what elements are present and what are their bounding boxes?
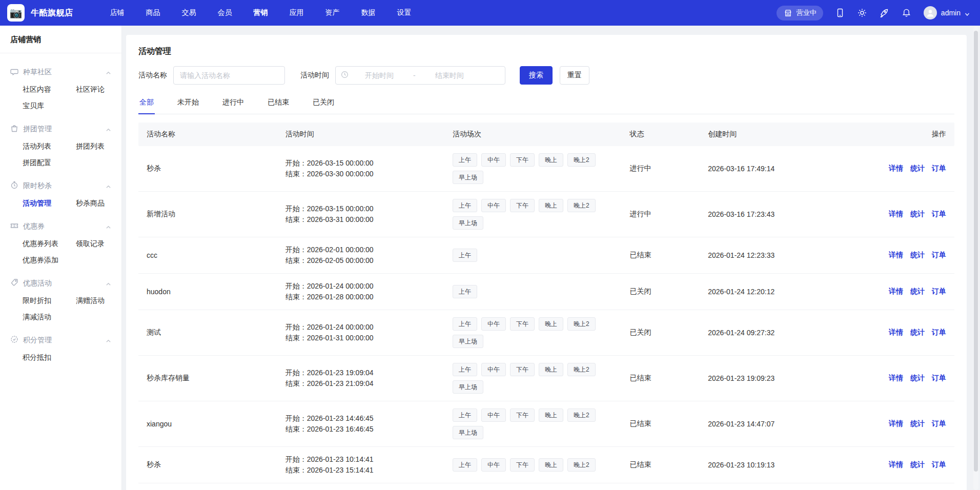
phone-icon[interactable]: [835, 8, 845, 18]
tab-已关闭[interactable]: 已关闭: [312, 98, 335, 114]
cell-activity-name: ccc: [138, 251, 277, 259]
cell-sessions: 上午: [444, 249, 621, 262]
top-nav-营销[interactable]: 营销: [253, 5, 269, 21]
sidebar-item-活动管理[interactable]: 活动管理: [23, 195, 76, 212]
action-详情[interactable]: 详情: [889, 419, 903, 428]
session-chips: 上午中午下午晚上晚上2早上场: [453, 199, 606, 230]
sidebar-item-社区评论[interactable]: 社区评论: [76, 81, 114, 98]
action-订单[interactable]: 订单: [932, 251, 946, 260]
scrollbar-thumb[interactable]: [974, 31, 978, 472]
group-head-优惠活动[interactable]: 优惠活动: [7, 275, 114, 292]
tab-未开始[interactable]: 未开始: [176, 98, 200, 114]
action-统计[interactable]: 统计: [910, 287, 925, 296]
business-status-pill[interactable]: 营业中: [777, 6, 823, 21]
reset-button[interactable]: 重置: [560, 66, 589, 85]
cell-activity-time: 开始：2026-02-01 00:00:00结束：2026-02-05 00:0…: [277, 244, 444, 266]
session-chip-上午: 上午: [453, 317, 477, 331]
top-nav-应用[interactable]: 应用: [289, 5, 305, 21]
sidebar-item-活动列表[interactable]: 活动列表: [23, 138, 76, 155]
session-chips: 上午: [453, 249, 606, 262]
tab-进行中[interactable]: 进行中: [221, 98, 245, 114]
table-row: ccc开始：2026-02-01 00:00:00结束：2026-02-05 0…: [138, 237, 954, 274]
sidebar-item-优惠券添加[interactable]: 优惠券添加: [23, 252, 76, 269]
date-range-picker[interactable]: -: [335, 66, 505, 85]
action-详情[interactable]: 详情: [889, 460, 903, 469]
sidebar-item-拼团配置[interactable]: 拼团配置: [23, 155, 76, 171]
top-nav-商品[interactable]: 商品: [145, 5, 161, 21]
action-统计[interactable]: 统计: [910, 164, 925, 173]
action-订单[interactable]: 订单: [932, 210, 946, 219]
activity-table: 活动名称活动时间活动场次状态创建时间操作 秒杀开始：2026-03-15 00:…: [138, 122, 954, 490]
rocket-icon[interactable]: [880, 8, 889, 18]
action-详情[interactable]: 详情: [889, 374, 903, 383]
action-统计[interactable]: 统计: [910, 460, 925, 469]
action-订单[interactable]: 订单: [932, 164, 946, 173]
action-订单[interactable]: 订单: [932, 328, 946, 337]
sidebar-item-领取记录[interactable]: 领取记录: [76, 236, 114, 252]
sidebar-item-满赠活动[interactable]: 满赠活动: [76, 293, 114, 309]
session-chip-早上场: 早上场: [453, 335, 483, 348]
top-nav-数据[interactable]: 数据: [360, 5, 377, 21]
top-nav-店铺[interactable]: 店铺: [109, 5, 126, 21]
scrollbar[interactable]: [973, 27, 978, 490]
group-head-拼团管理[interactable]: 拼团管理: [7, 120, 114, 137]
top-nav-设置[interactable]: 设置: [396, 5, 413, 21]
group-head-限时秒杀[interactable]: 限时秒杀: [7, 177, 114, 194]
top-nav-资产[interactable]: 资产: [324, 5, 341, 21]
cell-activity-time: 开始：2026-01-23 19:09:04结束：2026-01-23 21:0…: [277, 368, 444, 389]
action-详情[interactable]: 详情: [889, 164, 903, 173]
end-time: 结束：2026-03-30 00:00:00: [285, 169, 444, 179]
action-详情[interactable]: 详情: [889, 210, 903, 219]
cell-status: 进行中: [621, 164, 700, 173]
action-订单[interactable]: 订单: [932, 374, 946, 383]
sidebar-item-秒杀商品[interactable]: 秒杀商品: [76, 195, 114, 212]
cell-created-time: 2026-01-24 09:27:32: [700, 329, 865, 337]
action-详情[interactable]: 详情: [889, 328, 903, 337]
action-统计[interactable]: 统计: [910, 328, 925, 337]
action-统计[interactable]: 统计: [910, 251, 925, 260]
bell-icon[interactable]: [902, 8, 911, 18]
user-menu[interactable]: admin: [924, 6, 970, 19]
tab-全部[interactable]: 全部: [138, 98, 155, 114]
cell-sessions: 上午中午下午晚上晚上2早上场: [444, 317, 621, 348]
end-time-input[interactable]: [419, 71, 480, 79]
column-header-操作: 操作: [865, 130, 954, 139]
action-统计[interactable]: 统计: [910, 210, 925, 219]
action-详情[interactable]: 详情: [889, 251, 903, 260]
gear-icon[interactable]: [858, 8, 867, 18]
group-head-种草社区[interactable]: 种草社区: [7, 64, 114, 80]
group-label: 优惠券: [23, 222, 45, 231]
sidebar-item-满减活动[interactable]: 满减活动: [23, 309, 76, 325]
menu-group-优惠活动: 优惠活动限时折扣满赠活动满减活动: [0, 272, 121, 329]
group-head-优惠券[interactable]: 优惠券: [7, 218, 114, 235]
cell-actions: 详情统计订单: [865, 287, 954, 296]
chevron-up-icon: [106, 183, 111, 189]
top-nav-会员[interactable]: 会员: [217, 5, 233, 21]
activity-name-input[interactable]: [173, 66, 285, 85]
session-chip-上午: 上午: [453, 409, 477, 422]
tab-已结束[interactable]: 已结束: [267, 98, 290, 114]
shop-logo[interactable]: 📷: [7, 4, 25, 22]
action-统计[interactable]: 统计: [910, 419, 925, 428]
sidebar-item-拼团列表[interactable]: 拼团列表: [76, 138, 114, 155]
cell-status: 已结束: [621, 460, 700, 469]
action-订单[interactable]: 订单: [932, 419, 946, 428]
start-time-input[interactable]: [349, 71, 410, 79]
session-chips: 上午中午下午晚上晚上2早上场: [453, 363, 606, 394]
action-订单[interactable]: 订单: [932, 460, 946, 469]
action-统计[interactable]: 统计: [910, 374, 925, 383]
sidebar-item-积分抵扣[interactable]: 积分抵扣: [23, 350, 76, 366]
search-button[interactable]: 搜索: [520, 66, 553, 85]
action-订单[interactable]: 订单: [932, 287, 946, 296]
action-详情[interactable]: 详情: [889, 287, 903, 296]
sidebar-item-社区内容[interactable]: 社区内容: [23, 81, 76, 98]
sidebar-item-限时折扣[interactable]: 限时折扣: [23, 293, 76, 309]
top-nav-交易[interactable]: 交易: [181, 5, 197, 21]
cell-created-time: 2026-01-23 19:09:23: [700, 374, 865, 382]
sidebar-item-优惠券列表[interactable]: 优惠券列表: [23, 236, 76, 252]
cell-actions: 详情统计订单: [865, 460, 954, 469]
cell-activity-name: 测试: [138, 328, 277, 337]
sidebar-item-宝贝库[interactable]: 宝贝库: [23, 98, 76, 114]
session-chip-上午: 上午: [453, 199, 477, 212]
group-head-积分管理[interactable]: 积分管理: [7, 332, 114, 349]
